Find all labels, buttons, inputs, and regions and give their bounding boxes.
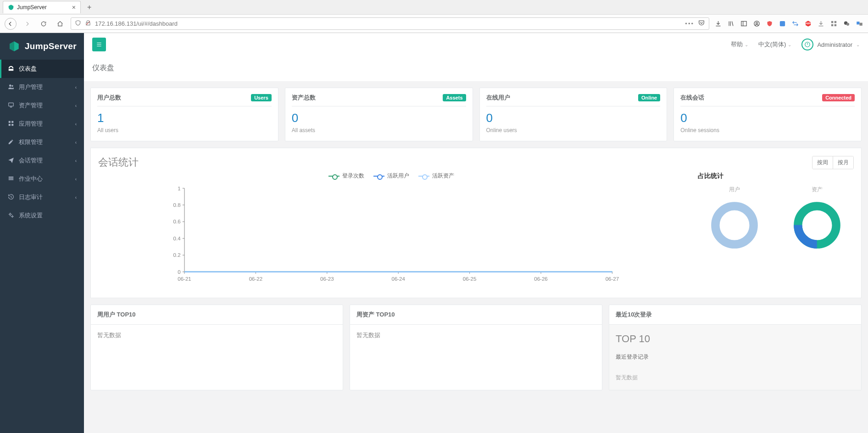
grid-icon — [7, 120, 14, 128]
chevron-left-icon: ‹ — [75, 103, 77, 108]
nav-home-button[interactable] — [54, 18, 66, 30]
svg-rect-6 — [831, 21, 833, 23]
ext-shield-red-icon[interactable] — [765, 20, 773, 28]
shield-icon — [75, 20, 81, 28]
stat-subtitle: Online users — [486, 127, 661, 133]
svg-text:06-25: 06-25 — [463, 276, 476, 282]
donut-users — [709, 200, 760, 250]
stat-badge: Online — [638, 94, 660, 101]
stat-value: 0 — [680, 111, 855, 125]
edit-icon — [7, 139, 14, 146]
sidebar-item-users[interactable]: 用户管理‹ — [0, 78, 84, 96]
meatball-icon[interactable]: ••• — [685, 20, 694, 27]
toggle-week-button[interactable]: 按周 — [812, 156, 833, 169]
ext-blue-icon[interactable] — [778, 20, 786, 28]
library-icon[interactable] — [727, 20, 735, 28]
stack-icon — [7, 175, 14, 183]
url-bar[interactable]: 172.16.186.131/ui/#/dashboard ••• — [71, 17, 709, 30]
user-menu[interactable]: Administrator ⌄ — [801, 39, 860, 50]
logo-icon — [8, 40, 20, 52]
browser-tab[interactable]: JumpServer × — [3, 1, 81, 13]
top10-heading: TOP 10 — [616, 333, 855, 345]
sidebar-toggle-button[interactable] — [92, 38, 106, 51]
svg-point-14 — [9, 84, 11, 87]
extension-icons: ABP — [714, 20, 863, 28]
svg-rect-9 — [834, 24, 836, 26]
sidebar: JumpServer 仪表盘用户管理‹资产管理‹应用管理‹权限管理‹会话管理‹作… — [0, 33, 84, 433]
sidebar-item-history[interactable]: 日志审计‹ — [0, 188, 84, 206]
svg-text:06-21: 06-21 — [178, 276, 191, 282]
ext-translate-icon[interactable] — [855, 20, 863, 28]
stat-badge: Connected — [822, 94, 855, 101]
svg-rect-16 — [8, 103, 13, 106]
svg-text:06-26: 06-26 — [534, 276, 547, 282]
svg-rect-8 — [831, 24, 833, 26]
stat-title: 资产总数 — [292, 94, 316, 102]
nav-forward-button[interactable] — [21, 18, 33, 30]
ext-wechat-icon[interactable] — [842, 20, 851, 28]
sidebar-item-label: 应用管理 — [19, 120, 43, 128]
stat-card: 在线会话Connected0Online sessions — [673, 88, 862, 141]
week-users-title: 周用户 TOP10 — [91, 305, 343, 325]
sidebar-item-desktop[interactable]: 资产管理‹ — [0, 96, 84, 115]
browser-chrome: JumpServer × + 172.16.186.131/ui/#/dashb… — [0, 0, 868, 33]
insecure-icon — [85, 20, 91, 28]
svg-text:0: 0 — [178, 269, 180, 275]
chevron-down-icon: ⌄ — [788, 42, 791, 47]
svg-point-2 — [756, 22, 757, 24]
stat-card: 在线用户Online0Online users — [479, 88, 668, 141]
stat-card: 用户总数Users1All users — [90, 88, 278, 141]
nav-reload-button[interactable] — [38, 18, 50, 30]
chevron-down-icon: ⌄ — [745, 42, 748, 47]
sidebar-item-edit[interactable]: 权限管理‹ — [0, 133, 84, 151]
sidebar-item-grid[interactable]: 应用管理‹ — [0, 115, 84, 133]
ext-arrows-icon[interactable] — [791, 20, 799, 28]
tab-title: JumpServer — [17, 4, 47, 11]
svg-rect-19 — [8, 124, 10, 126]
stat-card: 资产总数Assets0All assets — [285, 88, 473, 141]
account-icon[interactable] — [752, 20, 761, 28]
svg-text:06-27: 06-27 — [606, 276, 619, 282]
stat-subtitle: All assets — [292, 127, 466, 133]
top10-empty: 暂无数据 — [616, 374, 855, 382]
chevron-left-icon: ‹ — [75, 195, 77, 200]
sidebar-icon[interactable] — [740, 20, 748, 28]
legend-logins[interactable]: 登录次数 — [328, 172, 364, 180]
url-text: 172.16.186.131/ui/#/dashboard — [95, 20, 681, 27]
week-assets-card: 周资产 TOP10 暂无数据 — [350, 305, 602, 390]
language-selector[interactable]: 中文(简体) ⌄ — [758, 40, 792, 49]
download-icon[interactable] — [714, 20, 722, 28]
ext-abp-icon[interactable]: ABP — [804, 20, 812, 28]
toggle-month-button[interactable]: 按月 — [833, 156, 853, 169]
svg-text:06-24: 06-24 — [391, 276, 405, 282]
ratio-title: 占比统计 — [698, 172, 854, 180]
new-tab-button[interactable]: + — [84, 2, 94, 13]
legend-active-assets[interactable]: 活跃资产 — [418, 172, 454, 180]
sidebar-item-send[interactable]: 会话管理‹ — [0, 151, 84, 170]
logo[interactable]: JumpServer — [0, 33, 84, 60]
ext-download2-icon[interactable] — [817, 20, 825, 28]
svg-rect-13 — [859, 23, 862, 26]
help-link[interactable]: 帮助 ⌄ — [731, 40, 748, 49]
sidebar-item-label: 系统设置 — [19, 211, 43, 220]
users-icon — [7, 83, 14, 91]
stat-title: 用户总数 — [97, 94, 121, 102]
stat-badge: Assets — [443, 94, 466, 101]
logo-text: JumpServer — [25, 41, 77, 51]
tab-close-icon[interactable]: × — [72, 4, 76, 11]
legend-active-users[interactable]: 活跃用户 — [373, 172, 409, 180]
svg-rect-17 — [8, 121, 10, 122]
sidebar-item-stack[interactable]: 作业中心‹ — [0, 170, 84, 188]
svg-point-11 — [846, 23, 849, 26]
svg-text:0.2: 0.2 — [173, 253, 181, 258]
pocket-icon[interactable] — [698, 19, 705, 28]
sidebar-item-cogs[interactable]: 系统设置 — [0, 206, 84, 225]
stat-subtitle: All users — [97, 127, 272, 133]
stat-badge: Users — [251, 94, 272, 101]
chevron-left-icon: ‹ — [75, 177, 77, 182]
sidebar-item-label: 作业中心 — [19, 175, 43, 183]
svg-text:06-22: 06-22 — [249, 276, 262, 282]
nav-back-button[interactable] — [5, 18, 17, 30]
ext-grid-icon[interactable] — [829, 20, 838, 28]
sidebar-item-dashboard[interactable]: 仪表盘 — [0, 60, 84, 78]
